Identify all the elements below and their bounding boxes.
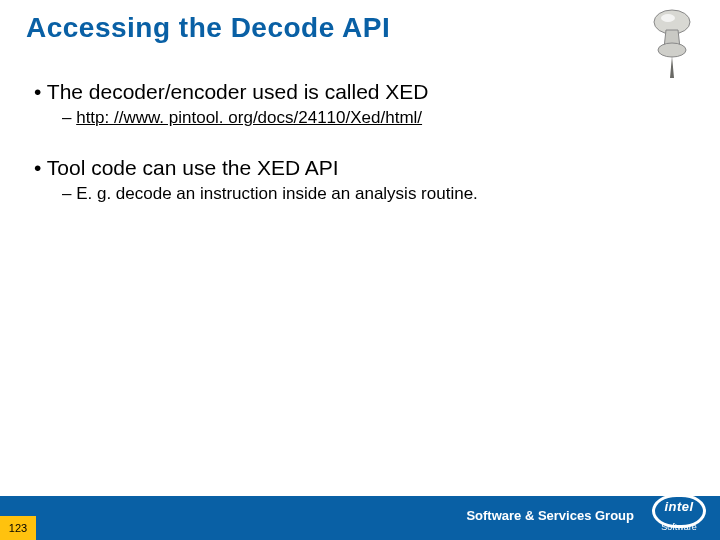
- slide-content: The decoder/encoder used is called XED h…: [34, 80, 680, 232]
- intel-logo-subtext: Software: [648, 522, 710, 532]
- slide: Accessing the Decode API The decoder/enc…: [0, 0, 720, 540]
- pushpin-icon: [646, 6, 702, 84]
- page-number-box: 123: [0, 516, 36, 540]
- footer-bar: Software & Services Group intel Software…: [0, 496, 720, 540]
- intel-logo-text: intel: [648, 499, 710, 514]
- slide-title: Accessing the Decode API: [26, 12, 390, 44]
- bullet-1-sub: http: //www. pintool. org/docs/24110/Xed…: [62, 108, 680, 128]
- page-number: 123: [9, 522, 27, 534]
- footer-group-label: Software & Services Group: [466, 508, 634, 523]
- svg-point-1: [661, 14, 675, 22]
- xed-link[interactable]: http: //www. pintool. org/docs/24110/Xed…: [76, 108, 422, 127]
- bullet-2: Tool code can use the XED API: [34, 156, 680, 180]
- bullet-1: The decoder/encoder used is called XED: [34, 80, 680, 104]
- svg-point-2: [658, 43, 686, 57]
- intel-logo: intel Software: [648, 488, 710, 540]
- bullet-2-sub: E. g. decode an instruction inside an an…: [62, 184, 680, 204]
